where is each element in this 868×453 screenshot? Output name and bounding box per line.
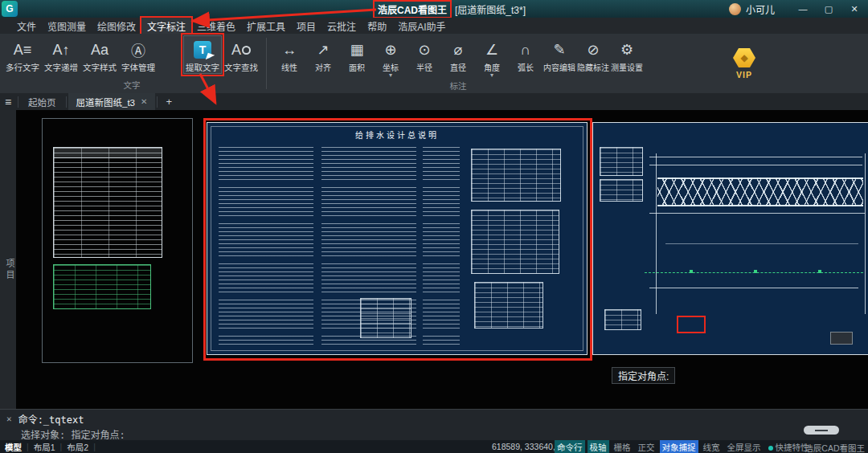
- detail-box: [830, 332, 853, 345]
- menu-3d-shading[interactable]: 三维着色: [191, 18, 241, 35]
- font-manage-icon: Ⓐ: [131, 39, 145, 61]
- green-marker: [754, 270, 757, 273]
- sheet-title: 给排水设计总说明: [207, 129, 587, 141]
- toggle-ortho[interactable]: 正交: [636, 440, 657, 453]
- toggle-polar[interactable]: 极轴: [588, 440, 609, 453]
- document-title: [屈道新图纸_t3*]: [455, 2, 526, 16]
- command-panel[interactable]: ✕ 命令:_tqtext 选择对象: 指定对角点:: [0, 409, 868, 440]
- tab-drawing[interactable]: 屈道新图纸_t3 ✕: [68, 93, 156, 111]
- drawing-table-catalog: [53, 147, 162, 258]
- radius-button[interactable]: ⊙ 半径: [407, 35, 441, 74]
- cursor-prompt-tooltip: 指定对角点:: [612, 367, 675, 384]
- avatar[interactable]: [729, 3, 741, 15]
- user-name[interactable]: 小可儿: [746, 2, 775, 16]
- maximize-icon[interactable]: ▢: [818, 0, 839, 18]
- project-panel-tab[interactable]: 项目: [3, 259, 16, 281]
- radius-icon: ⊙: [418, 39, 430, 61]
- text-style-icon: Aa: [91, 39, 108, 61]
- close-icon[interactable]: ✕: [844, 0, 865, 18]
- menu-extended-tools[interactable]: 扩展工具: [241, 18, 291, 35]
- menu-help[interactable]: 帮助: [362, 18, 392, 35]
- group-label-text: 文字: [3, 78, 260, 93]
- multiline-text-button[interactable]: A≡ 多行文字: [3, 35, 42, 74]
- linear-dim-icon: ↔: [282, 39, 297, 61]
- layout-tab-1[interactable]: 布局1: [34, 441, 55, 453]
- drawing-subtable: [471, 210, 559, 274]
- menu-view-measure[interactable]: 览图测量: [42, 18, 92, 35]
- hamburger-menu-icon[interactable]: ≡: [0, 96, 16, 108]
- toggle-fullscreen[interactable]: 全屏显示: [725, 440, 764, 453]
- menu-draw-modify[interactable]: 绘图修改: [92, 18, 141, 35]
- drawing-subtable: [600, 179, 643, 202]
- extract-text-icon: T: [194, 39, 211, 61]
- drawing-subtable: [604, 309, 641, 330]
- text-style-button[interactable]: Aa 文字样式: [80, 35, 119, 74]
- area-icon: ▦: [350, 39, 363, 61]
- vip-badge[interactable]: VIP: [733, 34, 755, 93]
- chevron-down-icon[interactable]: ▾: [389, 73, 392, 78]
- arc-length-icon: ∩: [521, 39, 531, 61]
- extract-text-button[interactable]: T 提取文字: [183, 35, 222, 74]
- tab-start-page[interactable]: 起始页: [20, 93, 64, 111]
- measure-settings-icon: ⚙: [620, 39, 633, 61]
- status-brand: 浩辰CAD看图王: [805, 442, 865, 453]
- toggle-command-line[interactable]: 命令行: [555, 440, 585, 453]
- command-history-line: 选择对象: 指定对角点:: [0, 426, 868, 441]
- toggle-lineweight[interactable]: 线宽: [701, 440, 723, 453]
- layout-tab-2[interactable]: 布局2: [67, 441, 88, 453]
- status-bar: 模型 | 布局1 | 布局2 | 618589, 333640, 0 命令行 极…: [0, 440, 868, 453]
- menu-ai-assistant[interactable]: 浩辰AI助手: [392, 18, 451, 35]
- linear-dim-button[interactable]: ↔ 线性: [272, 35, 306, 74]
- toggle-grid[interactable]: 栅格: [612, 440, 633, 453]
- arc-length-button[interactable]: ∩ 弧长: [509, 35, 542, 74]
- measure-settings-button[interactable]: ⚙ 测量设置: [610, 35, 644, 74]
- hide-annotation-button[interactable]: ⊘ 隐藏标注: [576, 35, 610, 74]
- ribbon: A≡ 多行文字 A↑ 文字递增 Aa 文字样式 Ⓐ 字体管理 T 提取文字: [0, 34, 868, 94]
- group-label-annotation: 标注: [272, 79, 644, 94]
- layout-tab-model[interactable]: 模型: [5, 441, 22, 453]
- command-line[interactable]: 命令:_tqtext: [18, 412, 84, 426]
- text-increment-button[interactable]: A↑ 文字递增: [42, 35, 80, 74]
- content-edit-button[interactable]: ✎ 内容编辑: [542, 35, 576, 74]
- app-logo-icon: [2, 1, 18, 17]
- multiline-text-icon: A≡: [14, 39, 32, 61]
- ribbon-group-annotation: ↔ 线性 ↗ 对齐 ▦ 面积 ⊕ 坐标 ▾ ⊙ 半径 ⌀ 直径: [269, 34, 647, 93]
- menu-cloud-markup[interactable]: 云批注: [321, 18, 362, 35]
- diameter-button[interactable]: ⌀ 直径: [441, 35, 475, 74]
- command-close-icon[interactable]: ✕: [6, 414, 12, 424]
- coordinate-button[interactable]: ⊕ 坐标 ▾: [374, 35, 407, 79]
- dimension-line: [649, 165, 862, 165]
- menu-bar: 文件 览图测量 绘图修改 文字标注 三维着色 扩展工具 项目 云批注 帮助 浩辰…: [0, 18, 868, 34]
- menu-file[interactable]: 文件: [11, 18, 42, 35]
- tab-separator: [157, 96, 158, 108]
- drawing-subtable: [474, 282, 543, 329]
- ribbon-separator: [266, 38, 267, 89]
- area-button[interactable]: ▦ 面积: [340, 35, 374, 74]
- drawing-subtable: [471, 149, 561, 202]
- font-manage-button[interactable]: Ⓐ 字体管理: [119, 35, 158, 74]
- sheet-center: 给排水设计总说明: [207, 122, 588, 355]
- green-marker: [690, 270, 693, 273]
- aligned-dim-button[interactable]: ↗ 对齐: [306, 35, 340, 74]
- tab-close-icon[interactable]: ✕: [141, 97, 147, 106]
- diameter-icon: ⌀: [454, 39, 463, 61]
- plan-line: [665, 243, 858, 244]
- sheet-right: [592, 122, 868, 355]
- hide-annotation-icon: ⊘: [587, 39, 599, 61]
- text-find-button[interactable]: A 文字查找: [222, 35, 260, 74]
- toggle-object-snap[interactable]: 对象捕捉: [660, 440, 698, 453]
- truss-hatch-band: [657, 178, 863, 206]
- tab-separator: [66, 96, 67, 108]
- tab-separator: [18, 96, 18, 108]
- new-tab-button[interactable]: +: [159, 96, 178, 108]
- minimize-icon[interactable]: —: [792, 0, 813, 18]
- content-edit-icon: ✎: [553, 39, 565, 61]
- chevron-down-icon[interactable]: ▾: [490, 73, 493, 78]
- angle-button[interactable]: ∠ 角度 ▾: [475, 35, 509, 79]
- ribbon-group-text: A≡ 多行文字 A↑ 文字递增 Aa 文字样式 Ⓐ 字体管理 T 提取文字: [0, 34, 264, 93]
- drawing-canvas[interactable]: 给排水设计总说明: [16, 110, 868, 410]
- panel-collapse-handle[interactable]: [804, 426, 839, 435]
- menu-text-annotation[interactable]: 文字标注: [141, 18, 191, 35]
- menu-project[interactable]: 项目: [291, 18, 321, 35]
- drawing-subtable: [600, 147, 643, 176]
